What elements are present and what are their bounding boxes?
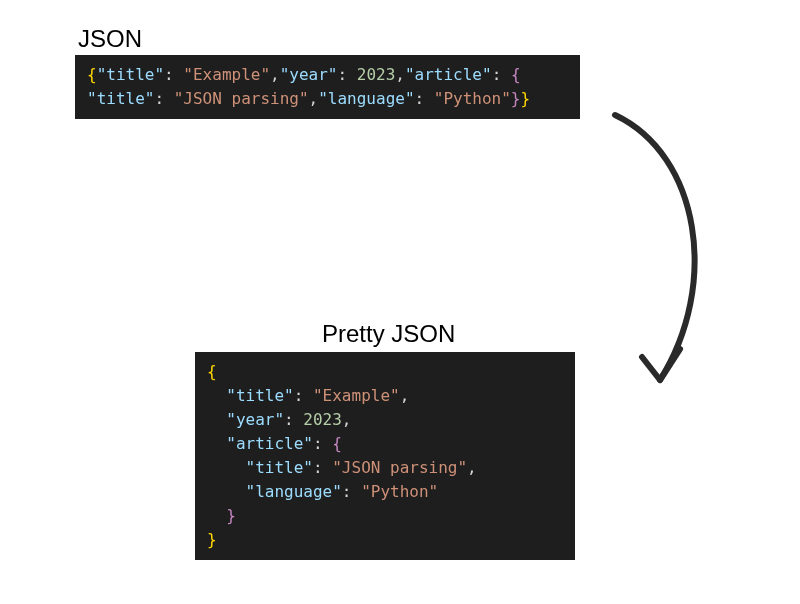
json-key: "language" — [246, 482, 342, 501]
json-string: "Python" — [434, 89, 511, 108]
compact-json-block: {"title": "Example","year": 2023,"articl… — [75, 55, 580, 119]
comma: , — [309, 89, 319, 108]
brace-close: } — [226, 506, 236, 525]
brace-open: { — [207, 362, 217, 381]
comma: , — [342, 410, 352, 429]
pretty-json-block: { "title": "Example", "year": 2023, "art… — [195, 352, 575, 560]
colon: : — [154, 89, 173, 108]
brace-open: { — [87, 65, 97, 84]
colon: : — [313, 458, 332, 477]
comma: , — [270, 65, 280, 84]
json-key: "article" — [405, 65, 492, 84]
json-string: "Example" — [313, 386, 400, 405]
colon: : — [337, 65, 356, 84]
json-key: "title" — [87, 89, 154, 108]
comma: , — [400, 386, 410, 405]
comma: , — [467, 458, 477, 477]
json-key: "year" — [280, 65, 338, 84]
colon: : — [294, 386, 313, 405]
colon: : — [415, 89, 434, 108]
brace-close: } — [521, 89, 531, 108]
json-key: "article" — [226, 434, 313, 453]
json-string: "JSON parsing" — [332, 458, 467, 477]
colon: : — [164, 65, 183, 84]
colon: : — [342, 482, 361, 501]
json-key: "title" — [246, 458, 313, 477]
json-string: "Example" — [183, 65, 270, 84]
json-number: 2023 — [357, 65, 396, 84]
colon: : — [313, 434, 332, 453]
comma: , — [395, 65, 405, 84]
json-number: 2023 — [303, 410, 342, 429]
colon: : — [284, 410, 303, 429]
json-label: JSON — [78, 25, 142, 53]
arrow-icon — [560, 105, 760, 405]
colon: : — [492, 65, 511, 84]
brace-close: } — [207, 530, 217, 549]
brace-close: } — [511, 89, 521, 108]
brace-open: { — [332, 434, 342, 453]
json-string: "Python" — [361, 482, 438, 501]
json-key: "title" — [97, 65, 164, 84]
json-key: "year" — [226, 410, 284, 429]
pretty-json-label: Pretty JSON — [322, 320, 455, 348]
brace-open: { — [511, 65, 521, 84]
json-string: "JSON parsing" — [174, 89, 309, 108]
json-key: "language" — [318, 89, 414, 108]
json-key: "title" — [226, 386, 293, 405]
